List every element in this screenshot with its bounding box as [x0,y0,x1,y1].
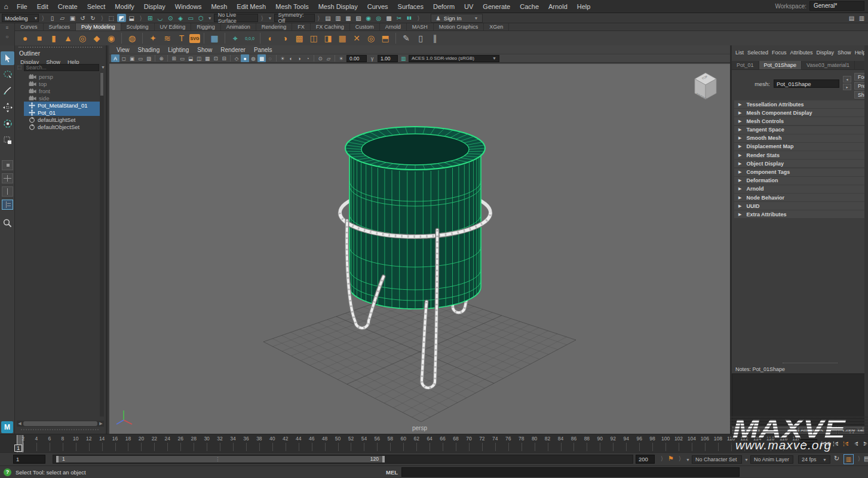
select-tool[interactable] [1,51,14,65]
wireframe-icon[interactable]: ◇ [232,54,241,62]
svg-tool-icon[interactable]: SVG [189,34,200,43]
gamma-field[interactable]: 1.00 [378,55,398,62]
ae-menu-attributes[interactable]: Attributes [790,50,813,56]
menu-select[interactable]: Select [82,0,111,13]
select-component-icon[interactable]: ⬓ [127,14,136,22]
menu-mesh[interactable]: Mesh [206,0,232,13]
toolbar-separator[interactable]: ⟩ [261,15,263,22]
quad-draw-icon[interactable]: ▦ [336,32,349,45]
animation-preferences-button[interactable]: ▥ [844,454,854,464]
character-set-dropdown-icon[interactable]: ▼ [686,458,690,462]
offset-edge-loop-icon[interactable]: ▯ [414,32,427,45]
viewport-menu-view[interactable]: View [113,47,133,53]
gate-mask-icon[interactable]: ◫ [195,54,203,62]
render-current-frame-icon[interactable]: ▥ [333,14,342,22]
ae-section-tangent-space[interactable]: ▶Tangent Space [734,126,866,134]
ae-tab-pot-01[interactable]: Pot_01 [732,61,759,69]
safe-action-icon[interactable]: ⊡ [211,54,220,62]
redo-icon[interactable]: ↻ [88,14,97,22]
bookmark-view-icon[interactable]: ▭ [136,54,145,62]
sculpt-tool-icon[interactable]: ✦ [146,32,160,45]
menu-create[interactable]: Create [53,0,82,13]
snap-to-grid-icon[interactable]: ⊞ [146,14,155,22]
ae-section-smooth-mesh[interactable]: ▶Smooth Mesh [734,134,866,142]
shadows-icon[interactable]: ◐ [287,54,295,62]
lasso-tool[interactable] [1,68,14,81]
shelf-tab-custom[interactable]: Custom [350,23,380,30]
ambient-occlusion-icon[interactable]: ◑ [295,54,303,62]
outliner-item-top[interactable]: top [15,80,103,87]
pause-icon[interactable]: ▮▮ [404,14,413,22]
layout-single-pane-button[interactable] [2,160,13,170]
ae-section-component-tags[interactable]: ▶Component Tags [734,168,866,176]
viewport-menu-lighting[interactable]: Lighting [164,47,192,53]
image-plane-icon[interactable]: ▨ [145,54,153,62]
ae-menu-focus[interactable]: Focus [772,50,787,56]
range-grip[interactable]: ⋮ [215,456,220,462]
hypershade-icon[interactable]: ◉ [364,14,373,22]
render-settings-icon[interactable]: ▩ [384,14,393,22]
viewport-menu-shading[interactable]: Shading [134,47,164,53]
smooth-shade-icon[interactable]: ● [241,54,249,62]
lock-camera-icon[interactable]: ◻ [119,54,128,62]
ae-section-arnold[interactable]: ▶Arnold [734,185,866,193]
outliner-item-pot-metalstand-01[interactable]: Pot_MetalStand_01 [24,102,103,109]
toolbar-separator[interactable]: ⟩ [140,15,142,22]
default-material-icon[interactable]: ◌ [266,54,274,62]
ae-menu-list[interactable]: List [735,50,744,56]
playback-range[interactable]: 1 ⋮ 120 [56,456,385,462]
wireframe-on-shaded-icon[interactable]: ◍ [249,54,257,62]
anim-layer-field[interactable]: No Anim Layer [750,455,793,464]
new-scene-icon[interactable]: ▯ [48,14,57,22]
mirror-icon[interactable]: ◨ [321,32,335,45]
shelf-tab-curves[interactable]: Curves [15,23,44,30]
menu-help[interactable]: Help [572,0,596,13]
render-sequence-icon[interactable]: ▧ [354,14,363,22]
snap-to-projected-center-icon[interactable]: ◈ [176,14,185,22]
menu-generate[interactable]: Generate [478,0,515,13]
shelf-tab-arnold[interactable]: Arnold [380,23,407,30]
ae-tab-pot-01shape[interactable]: Pot_01Shape [759,61,802,69]
symmetry-field[interactable]: Symmetry: Off [274,14,315,22]
shelf-tab-xgen[interactable]: XGen [484,23,509,30]
workspace-selector[interactable]: General* [809,1,864,11]
toolbar-separator[interactable]: ⟩ [42,15,44,22]
rotate-tool[interactable] [1,117,14,130]
ipr-render-icon[interactable]: ▦ [343,14,352,22]
safe-title-icon[interactable]: ⊟ [220,54,228,62]
snap-to-point-icon[interactable]: ⊙ [166,14,175,22]
menu-file[interactable]: File [12,0,32,13]
ae-section-uuid[interactable]: ▶UUID [734,202,866,210]
shelf-strip-icon[interactable]: ≡ [0,23,14,32]
isolate-select-icon[interactable]: ⊙ [316,54,324,62]
exposure-icon[interactable]: ☀ [337,54,345,62]
construction-plane-icon[interactable]: ⌖ [229,32,242,45]
exposure-field[interactable]: 0.00 [346,55,367,62]
save-scene-icon[interactable]: ▣ [68,14,77,22]
outliner-item-persp[interactable]: persp [15,73,103,80]
outliner-item-pot-01[interactable]: Pot_01 [24,109,103,116]
shelf-tab-poly-modeling[interactable]: Poly Modeling [76,23,121,30]
character-set-field[interactable]: No Character Set [692,455,742,464]
shelf-tab-surfaces[interactable]: Surfaces [44,23,76,30]
colorspace-dropdown[interactable]: ACES 1.0 SDR-video (sRGB)▼ [409,55,499,62]
shelf-tab-motion-graphics[interactable]: Motion Graphics [434,23,484,30]
target-weld-icon[interactable]: ◎ [364,32,378,45]
menu-set-selector[interactable]: Modeling▼ [2,14,39,22]
attribute-editor-scrollbar[interactable] [864,45,868,434]
viewport-menu-renderer[interactable]: Renderer [217,47,249,53]
two-d-pan-zoom-icon[interactable]: ⊕ [157,54,165,62]
ae-menu-selected[interactable]: Selected [747,50,768,56]
poly-cone-icon[interactable]: ▲ [62,32,75,45]
snap-to-curve-icon[interactable]: ◡ [156,14,165,22]
open-scene-icon[interactable]: ▱ [58,14,67,22]
menu-mesh-tools[interactable]: Mesh Tools [271,0,313,13]
sweep-mesh-icon[interactable]: ≋ [161,32,174,45]
tool-settings-icon[interactable]: ▥ [857,14,866,22]
select-camera-icon[interactable]: A [111,54,119,62]
outliner-horizontal-scrollbar[interactable]: ◀▶ [17,421,104,427]
shelf-tab-mash[interactable]: MASH [407,23,434,30]
ae-section-displacement-map[interactable]: ▶Displacement Map [734,143,866,151]
paint-select-tool[interactable] [1,84,14,97]
menu-curves[interactable]: Curves [363,0,393,13]
